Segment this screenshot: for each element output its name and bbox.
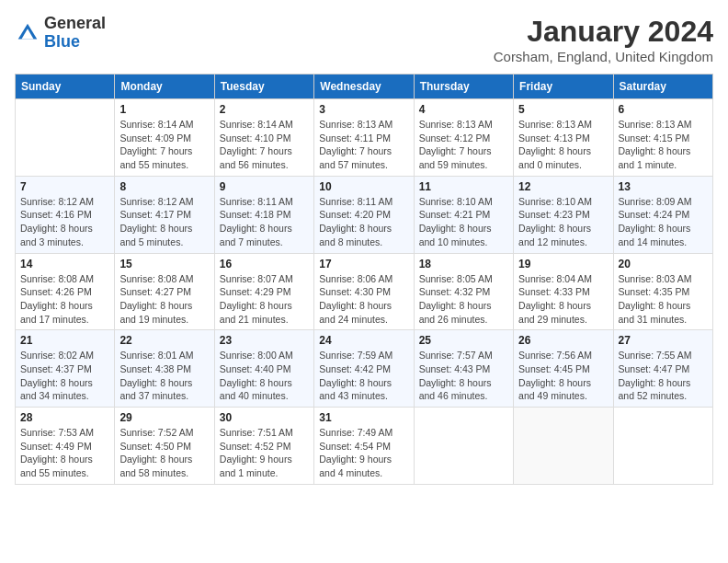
day-info: Sunrise: 8:01 AMSunset: 4:38 PMDaylight:…: [119, 349, 209, 403]
day-info: Sunrise: 7:53 AMSunset: 4:49 PMDaylight:…: [20, 426, 109, 480]
col-header-monday: Monday: [115, 75, 214, 99]
calendar-cell: 23Sunrise: 8:00 AMSunset: 4:40 PMDayligh…: [214, 330, 313, 408]
calendar-cell: 4Sunrise: 8:13 AMSunset: 4:12 PMDaylight…: [414, 99, 513, 177]
day-info: Sunrise: 8:09 AMSunset: 4:24 PMDaylight:…: [619, 195, 708, 249]
day-info: Sunrise: 8:04 AMSunset: 4:33 PMDaylight:…: [518, 272, 608, 327]
calendar-cell: 31Sunrise: 7:49 AMSunset: 4:54 PMDayligh…: [314, 408, 414, 485]
week-row-3: 14Sunrise: 8:08 AMSunset: 4:26 PMDayligh…: [16, 253, 713, 330]
calendar-cell: 15Sunrise: 8:08 AMSunset: 4:27 PMDayligh…: [115, 253, 214, 330]
calendar-cell: 18Sunrise: 8:05 AMSunset: 4:32 PMDayligh…: [414, 253, 513, 330]
day-info: Sunrise: 7:52 AMSunset: 4:50 PMDaylight:…: [119, 426, 209, 480]
day-number: 19: [518, 258, 608, 270]
calendar-cell: [613, 408, 712, 485]
col-header-tuesday: Tuesday: [214, 75, 313, 99]
day-number: 31: [319, 411, 408, 424]
day-number: 9: [220, 180, 309, 193]
day-info: Sunrise: 7:49 AMSunset: 4:54 PMDaylight:…: [319, 426, 408, 480]
day-number: 22: [119, 334, 209, 347]
calendar-cell: 26Sunrise: 7:56 AMSunset: 4:45 PMDayligh…: [514, 330, 613, 408]
calendar-cell: 16Sunrise: 8:07 AMSunset: 4:29 PMDayligh…: [214, 253, 313, 330]
calendar-cell: 19Sunrise: 8:04 AMSunset: 4:33 PMDayligh…: [514, 253, 613, 330]
location: Corsham, England, United Kingdom: [494, 49, 713, 64]
day-info: Sunrise: 8:12 AMSunset: 4:16 PMDaylight:…: [20, 195, 109, 249]
day-number: 27: [619, 334, 708, 347]
day-info: Sunrise: 8:14 AMSunset: 4:10 PMDaylight:…: [220, 118, 309, 172]
day-number: 1: [119, 103, 209, 116]
day-info: Sunrise: 8:11 AMSunset: 4:18 PMDaylight:…: [220, 195, 309, 249]
day-info: Sunrise: 8:08 AMSunset: 4:26 PMDaylight:…: [20, 272, 109, 327]
calendar-table: SundayMondayTuesdayWednesdayThursdayFrid…: [15, 74, 713, 485]
day-number: 29: [119, 411, 209, 424]
calendar-cell: 14Sunrise: 8:08 AMSunset: 4:26 PMDayligh…: [16, 253, 115, 330]
day-info: Sunrise: 8:10 AMSunset: 4:23 PMDaylight:…: [518, 195, 608, 249]
day-number: 16: [220, 258, 309, 270]
day-info: Sunrise: 8:14 AMSunset: 4:09 PMDaylight:…: [119, 118, 209, 172]
day-number: 20: [619, 258, 708, 270]
logo-blue: Blue: [44, 32, 80, 51]
calendar-cell: 12Sunrise: 8:10 AMSunset: 4:23 PMDayligh…: [514, 176, 613, 253]
calendar-cell: 22Sunrise: 8:01 AMSunset: 4:38 PMDayligh…: [115, 330, 214, 408]
day-number: 11: [419, 180, 508, 193]
calendar-cell: 2Sunrise: 8:14 AMSunset: 4:10 PMDaylight…: [214, 99, 313, 177]
col-header-wednesday: Wednesday: [314, 75, 414, 99]
week-row-4: 21Sunrise: 8:02 AMSunset: 4:37 PMDayligh…: [16, 330, 713, 408]
logo: General Blue: [15, 15, 106, 52]
day-number: 12: [518, 180, 608, 193]
day-info: Sunrise: 7:51 AMSunset: 4:52 PMDaylight:…: [220, 426, 309, 480]
day-info: Sunrise: 8:06 AMSunset: 4:30 PMDaylight:…: [319, 272, 408, 327]
day-info: Sunrise: 7:59 AMSunset: 4:42 PMDaylight:…: [319, 349, 408, 403]
calendar-cell: 27Sunrise: 7:55 AMSunset: 4:47 PMDayligh…: [613, 330, 712, 408]
calendar-cell: [514, 408, 613, 485]
title-block: January 2024 Corsham, England, United Ki…: [494, 15, 713, 64]
day-number: 2: [220, 103, 309, 116]
day-info: Sunrise: 7:55 AMSunset: 4:47 PMDaylight:…: [619, 349, 708, 403]
calendar-cell: [16, 99, 115, 177]
calendar-cell: 5Sunrise: 8:13 AMSunset: 4:13 PMDaylight…: [514, 99, 613, 177]
logo-icon: [15, 20, 40, 46]
calendar-cell: 24Sunrise: 7:59 AMSunset: 4:42 PMDayligh…: [314, 330, 414, 408]
day-info: Sunrise: 8:00 AMSunset: 4:40 PMDaylight:…: [220, 349, 309, 403]
week-row-5: 28Sunrise: 7:53 AMSunset: 4:49 PMDayligh…: [16, 408, 713, 485]
day-number: 6: [619, 103, 708, 116]
col-header-thursday: Thursday: [414, 75, 513, 99]
col-header-friday: Friday: [514, 75, 613, 99]
day-number: 14: [20, 258, 109, 270]
day-number: 15: [119, 258, 209, 270]
day-info: Sunrise: 8:05 AMSunset: 4:32 PMDaylight:…: [419, 272, 508, 327]
logo-text: General Blue: [44, 15, 106, 52]
day-info: Sunrise: 8:13 AMSunset: 4:15 PMDaylight:…: [619, 118, 708, 172]
day-number: 4: [419, 103, 508, 116]
day-number: 17: [319, 258, 408, 270]
calendar-cell: 11Sunrise: 8:10 AMSunset: 4:21 PMDayligh…: [414, 176, 513, 253]
day-info: Sunrise: 7:56 AMSunset: 4:45 PMDaylight:…: [518, 349, 608, 403]
day-info: Sunrise: 8:08 AMSunset: 4:27 PMDaylight:…: [119, 272, 209, 327]
day-number: 23: [220, 334, 309, 347]
calendar-cell: 7Sunrise: 8:12 AMSunset: 4:16 PMDaylight…: [16, 176, 115, 253]
week-row-1: 1Sunrise: 8:14 AMSunset: 4:09 PMDaylight…: [16, 99, 713, 177]
calendar-cell: 17Sunrise: 8:06 AMSunset: 4:30 PMDayligh…: [314, 253, 414, 330]
day-number: 18: [419, 258, 508, 270]
day-number: 5: [518, 103, 608, 116]
day-number: 3: [319, 103, 408, 116]
day-number: 24: [319, 334, 408, 347]
calendar-cell: 28Sunrise: 7:53 AMSunset: 4:49 PMDayligh…: [16, 408, 115, 485]
day-number: 8: [119, 180, 209, 193]
calendar-cell: 6Sunrise: 8:13 AMSunset: 4:15 PMDaylight…: [613, 99, 712, 177]
calendar-cell: 8Sunrise: 8:12 AMSunset: 4:17 PMDaylight…: [115, 176, 214, 253]
calendar-cell: [414, 408, 513, 485]
col-header-sunday: Sunday: [16, 75, 115, 99]
day-number: 28: [20, 411, 109, 424]
calendar-cell: 20Sunrise: 8:03 AMSunset: 4:35 PMDayligh…: [613, 253, 712, 330]
day-info: Sunrise: 8:07 AMSunset: 4:29 PMDaylight:…: [220, 272, 309, 327]
calendar-cell: 29Sunrise: 7:52 AMSunset: 4:50 PMDayligh…: [115, 408, 214, 485]
day-number: 13: [619, 180, 708, 193]
day-info: Sunrise: 8:03 AMSunset: 4:35 PMDaylight:…: [619, 272, 708, 327]
day-number: 21: [20, 334, 109, 347]
calendar-cell: 30Sunrise: 7:51 AMSunset: 4:52 PMDayligh…: [214, 408, 313, 485]
month-title: January 2024: [494, 15, 713, 49]
day-number: 25: [419, 334, 508, 347]
calendar-cell: 3Sunrise: 8:13 AMSunset: 4:11 PMDaylight…: [314, 99, 414, 177]
day-info: Sunrise: 8:13 AMSunset: 4:11 PMDaylight:…: [319, 118, 408, 172]
calendar-cell: 25Sunrise: 7:57 AMSunset: 4:43 PMDayligh…: [414, 330, 513, 408]
calendar-cell: 10Sunrise: 8:11 AMSunset: 4:20 PMDayligh…: [314, 176, 414, 253]
